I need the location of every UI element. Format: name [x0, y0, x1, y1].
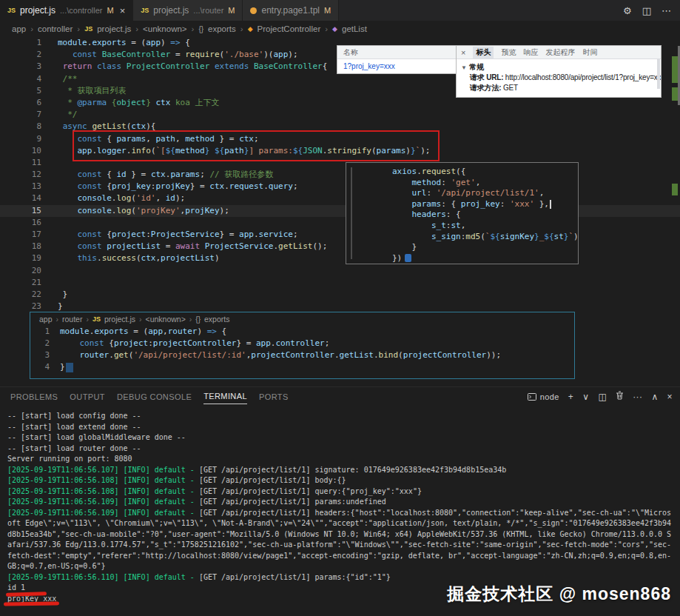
log-text: [GET /api/project/list/1] signature: 017… [199, 466, 506, 474]
breadcrumb-item-file[interactable]: project.js [104, 315, 135, 324]
code-line[interactable]: 2 const {project:projectController} = ap… [30, 338, 574, 349]
code-text: } [346, 242, 417, 253]
tab-preview[interactable]: 预览 [501, 47, 516, 58]
breadcrumb-item-file[interactable]: project.js [97, 24, 131, 33]
code-token: projectList [161, 253, 215, 263]
code-text: headers: { [346, 210, 461, 221]
tab-project-controller[interactable]: JS project.js ...\controller M × [0, 0, 133, 21]
terminal-actions: node + ∨ ◫ ··· ∧ × [528, 391, 680, 402]
code-line[interactable]: 1module.exports = (app,router) => { [30, 326, 574, 338]
tab-terminal[interactable]: TERMINAL [203, 389, 247, 404]
code-line[interactable]: 6 * @parma {object} ctx koa 上下文 [0, 97, 680, 109]
devtools-scrollbar[interactable] [657, 59, 660, 89]
devtools-request-row[interactable]: 1?proj_key=xxx [337, 59, 457, 73]
annotation-red-box [73, 130, 440, 161]
line-number: 13 [0, 181, 52, 192]
tab-headers[interactable]: 标头 [473, 47, 494, 58]
close-panel-icon[interactable]: × [667, 392, 673, 402]
code-token: ( [398, 350, 403, 360]
log-text: afari/537.36 Edg/113.0.1774.57","s_t":"1… [7, 540, 671, 549]
code-line[interactable]: 20 [0, 265, 680, 277]
code-line[interactable]: 7 */ [0, 109, 680, 121]
maximize-panel-icon[interactable]: ∧ [651, 392, 658, 402]
code-line[interactable]: 4} [30, 361, 574, 373]
git-modified-badge: M [228, 6, 235, 15]
code-token [392, 210, 412, 219]
tab-problems[interactable]: PROBLEMS [10, 389, 58, 404]
terminal-shell-selector[interactable]: node [528, 392, 559, 401]
breadcrumb-item-unknown[interactable]: <unknown> [143, 24, 186, 33]
code-line[interactable]: 21 [0, 277, 680, 289]
code-line[interactable]: 23} [0, 301, 680, 312]
breadcrumb-item-method[interactable]: getList [342, 24, 367, 33]
code-token: = ( [127, 38, 147, 47]
breadcrumb-item-exports[interactable]: exports [204, 315, 229, 324]
code-line[interactable]: 22 } [0, 289, 680, 301]
split-editor-icon[interactable]: ◫ [642, 5, 651, 16]
tab-timing[interactable]: 时间 [582, 47, 597, 58]
log-prefix: [2025-09-19T11:06:56.109] [INFO] default… [7, 498, 199, 506]
log-prefix: [2025-09-19T11:06:56.110] [INFO] default… [7, 573, 199, 581]
code-token: BaseController [102, 50, 171, 59]
code-token: ( [131, 206, 136, 215]
code-token: request [422, 167, 456, 176]
panel-tab-bar: PROBLEMS OUTPUT DEBUG CONSOLE TERMINAL P… [0, 387, 680, 406]
general-section-header[interactable]: ▼常规 [457, 59, 661, 73]
code-token: { [217, 327, 226, 336]
code-text: const {project:ProjectService} = app.ser… [52, 229, 298, 241]
js-file-icon: JS [84, 25, 92, 33]
settings-icon[interactable]: ⚙ [623, 5, 632, 16]
new-terminal-icon[interactable]: + [568, 392, 573, 402]
chevron-down-icon[interactable]: ∨ [582, 392, 589, 402]
log-text: -- [start] load router done -- [7, 444, 141, 452]
code-token: , [163, 327, 168, 336]
method-symbol-icon: ◆ [332, 25, 337, 33]
code-token: id [117, 170, 127, 179]
close-icon[interactable]: × [120, 5, 126, 16]
code-token: module [58, 38, 87, 47]
tab-project-router[interactable]: JS project.js ...\router M [133, 0, 243, 21]
code-text: const {proj_key:projKey} = ctx.request.q… [52, 181, 298, 192]
chevron-right-icon: › [325, 24, 328, 33]
code-token: st [451, 221, 460, 230]
close-icon[interactable]: × [461, 48, 465, 57]
code-token: = [170, 50, 185, 59]
code-token: : [148, 338, 153, 348]
code-token: require [185, 50, 219, 59]
tab-output[interactable]: OUTPUT [70, 389, 105, 404]
breadcrumb-item-router[interactable]: router [62, 315, 82, 324]
code-token: , [155, 193, 165, 203]
code-token: { [102, 170, 117, 179]
code-token [58, 170, 78, 179]
panel-more-icon[interactable]: ··· [633, 392, 642, 402]
breadcrumb-item-class[interactable]: ProjectController [257, 24, 321, 33]
tab-response[interactable]: 响应 [523, 47, 538, 58]
breadcrumb-item-app[interactable]: app [39, 315, 53, 324]
code-token: s_sign [431, 232, 461, 241]
code-token: projectController [403, 350, 487, 360]
breadcrumb-item-unknown[interactable]: <unknown> [146, 315, 186, 324]
tab-entry-page1-tpl[interactable]: entry.page1.tpl M [243, 0, 339, 21]
breadcrumb-item-exports[interactable]: exports [208, 24, 236, 33]
tab-ports[interactable]: PORTS [259, 389, 289, 404]
breadcrumb-item-controller[interactable]: controller [38, 24, 73, 33]
editor-actions: ⚙ ◫ ⋯ [623, 0, 680, 21]
more-actions-icon[interactable]: ⋯ [662, 5, 671, 16]
code-text: params: { proj_key: 'xxx' }, [346, 199, 551, 210]
split-terminal-icon[interactable]: ◫ [598, 392, 607, 402]
code-text: s_t:st, [346, 221, 465, 232]
code-line[interactable]: 3 router.get('/api/project/list/:id',pro… [30, 349, 574, 361]
tab-file-name: project.js [153, 5, 189, 16]
code-token: get [114, 350, 129, 360]
code-token: => [170, 38, 180, 47]
code-token: */ [58, 110, 78, 119]
code-text: const {project:projectController} = app.… [57, 338, 329, 349]
code-token: } [392, 242, 417, 252]
line-number: 3 [0, 61, 52, 73]
code-token: ( [480, 232, 485, 241]
kill-terminal-icon[interactable] [616, 391, 624, 402]
code-token [392, 188, 412, 198]
tab-debug-console[interactable]: DEBUG CONSOLE [117, 389, 192, 404]
tab-initiator[interactable]: 发起程序 [545, 47, 575, 58]
breadcrumb-item-app[interactable]: app [12, 24, 26, 33]
